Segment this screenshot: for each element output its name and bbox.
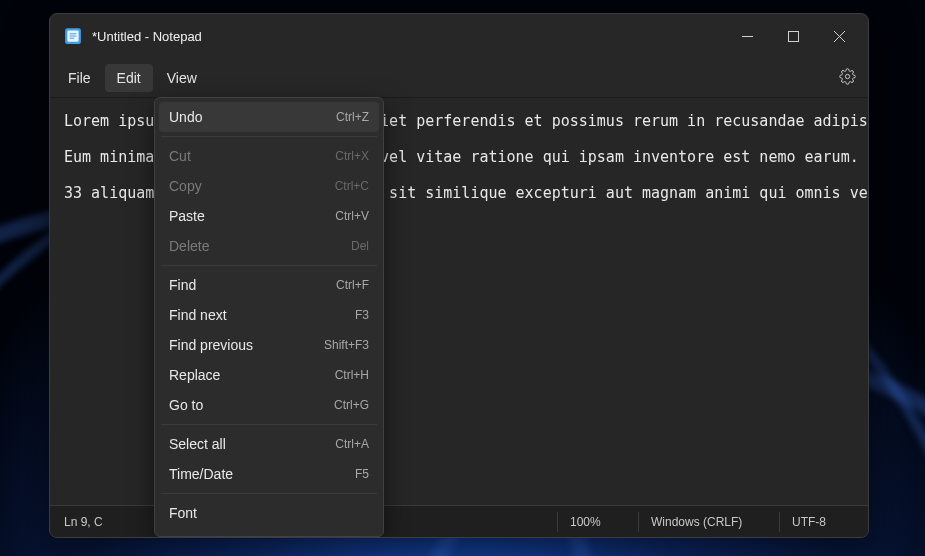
status-line-ending[interactable]: Windows (CRLF) xyxy=(639,515,779,529)
menuitem-goto[interactable]: Go to Ctrl+G xyxy=(159,390,379,420)
menuitem-label: Cut xyxy=(169,148,191,164)
menuitem-copy[interactable]: Copy Ctrl+C xyxy=(159,171,379,201)
menubar: File Edit View xyxy=(50,58,868,98)
menuitem-label: Copy xyxy=(169,178,202,194)
menuitem-shortcut: Ctrl+V xyxy=(335,209,369,223)
menuitem-label: Paste xyxy=(169,208,205,224)
menuitem-shortcut: F5 xyxy=(355,467,369,481)
status-encoding[interactable]: UTF-8 xyxy=(780,515,860,529)
maximize-button[interactable] xyxy=(770,20,816,52)
menuitem-time-date[interactable]: Time/Date F5 xyxy=(159,459,379,489)
menuitem-label: Font xyxy=(169,505,197,521)
minimize-button[interactable] xyxy=(724,20,770,52)
menuitem-label: Find xyxy=(169,277,196,293)
menu-separator xyxy=(161,265,377,266)
menuitem-shortcut: Ctrl+G xyxy=(334,398,369,412)
menuitem-paste[interactable]: Paste Ctrl+V xyxy=(159,201,379,231)
menu-file[interactable]: File xyxy=(56,64,103,92)
window-title: *Untitled - Notepad xyxy=(92,29,202,44)
menuitem-label: Find next xyxy=(169,307,227,323)
menuitem-shortcut: Ctrl+C xyxy=(335,179,369,193)
menuitem-shortcut: F3 xyxy=(355,308,369,322)
menuitem-cut[interactable]: Cut Ctrl+X xyxy=(159,141,379,171)
menuitem-label: Select all xyxy=(169,436,226,452)
menu-edit[interactable]: Edit xyxy=(105,64,153,92)
menuitem-shortcut: Ctrl+H xyxy=(335,368,369,382)
notepad-icon xyxy=(64,27,82,45)
status-caret-position[interactable]: Ln 9, C xyxy=(58,515,115,529)
menuitem-label: Replace xyxy=(169,367,220,383)
menuitem-label: Delete xyxy=(169,238,209,254)
close-button[interactable] xyxy=(816,20,862,52)
menuitem-find[interactable]: Find Ctrl+F xyxy=(159,270,379,300)
menuitem-replace[interactable]: Replace Ctrl+H xyxy=(159,360,379,390)
menuitem-select-all[interactable]: Select all Ctrl+A xyxy=(159,429,379,459)
menuitem-label: Find previous xyxy=(169,337,253,353)
menuitem-label: Time/Date xyxy=(169,466,233,482)
edit-menu-dropdown: Undo Ctrl+Z Cut Ctrl+X Copy Ctrl+C Paste… xyxy=(154,97,384,537)
svg-rect-6 xyxy=(788,31,798,41)
status-zoom[interactable]: 100% xyxy=(558,515,638,529)
menu-separator xyxy=(161,136,377,137)
menuitem-find-previous[interactable]: Find previous Shift+F3 xyxy=(159,330,379,360)
settings-button[interactable] xyxy=(833,62,862,94)
menuitem-shortcut: Shift+F3 xyxy=(324,338,369,352)
svg-point-9 xyxy=(845,74,849,78)
menu-separator xyxy=(161,493,377,494)
gear-icon xyxy=(839,68,856,88)
menuitem-label: Go to xyxy=(169,397,203,413)
menu-separator xyxy=(161,424,377,425)
menuitem-shortcut: Ctrl+X xyxy=(335,149,369,163)
notepad-window: *Untitled - Notepad File Edit View Lorem… xyxy=(49,13,869,538)
menu-view[interactable]: View xyxy=(155,64,209,92)
menuitem-label: Undo xyxy=(169,109,202,125)
menuitem-font[interactable]: Font xyxy=(159,498,379,528)
menuitem-find-next[interactable]: Find next F3 xyxy=(159,300,379,330)
menuitem-shortcut: Ctrl+Z xyxy=(336,110,369,124)
menuitem-shortcut: Del xyxy=(351,239,369,253)
menuitem-undo[interactable]: Undo Ctrl+Z xyxy=(159,102,379,132)
menuitem-shortcut: Ctrl+F xyxy=(336,278,369,292)
menuitem-shortcut: Ctrl+A xyxy=(335,437,369,451)
menuitem-delete[interactable]: Delete Del xyxy=(159,231,379,261)
titlebar[interactable]: *Untitled - Notepad xyxy=(50,14,868,58)
